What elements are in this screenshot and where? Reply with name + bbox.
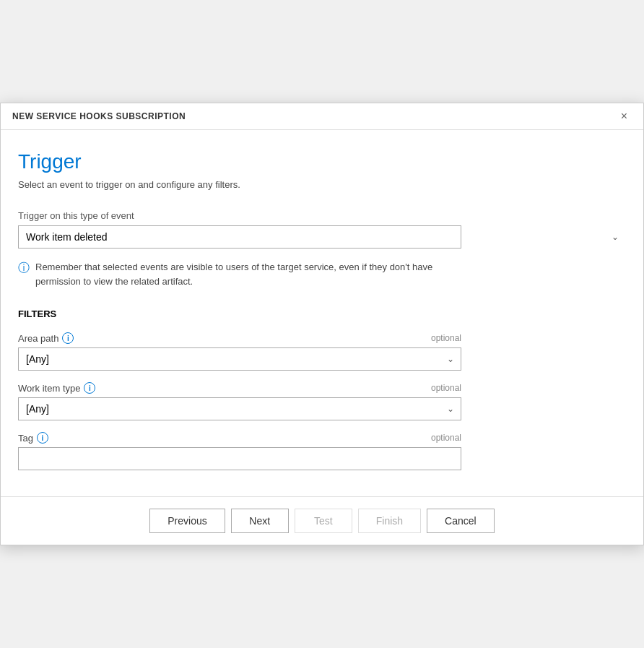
- dialog-footer: Previous Next Test Finish Cancel: [1, 496, 643, 545]
- next-button[interactable]: Next: [231, 509, 289, 533]
- event-type-label: Trigger on this type of event: [18, 210, 626, 221]
- area-path-select[interactable]: [Any]: [18, 347, 461, 371]
- filter-work-item-type-optional: optional: [431, 383, 461, 393]
- filter-work-item-type-left: Work item type i: [18, 382, 95, 394]
- page-subtitle: Select an event to trigger on and config…: [18, 179, 626, 190]
- work-item-type-select[interactable]: [Any]: [18, 397, 461, 420]
- filter-row-work-item-type: Work item type i optional [Any] ⌄: [18, 382, 461, 420]
- filter-work-item-type-label-row: Work item type i optional: [18, 382, 461, 394]
- previous-button[interactable]: Previous: [149, 509, 225, 533]
- filter-area-path-info-icon[interactable]: i: [62, 332, 74, 344]
- filter-work-item-type-label: Work item type: [18, 383, 80, 394]
- filter-work-item-type-info-icon[interactable]: i: [84, 382, 95, 394]
- filter-area-path-optional: optional: [431, 333, 461, 343]
- cancel-button[interactable]: Cancel: [427, 509, 495, 533]
- filter-tag-info-icon[interactable]: i: [37, 432, 48, 444]
- filter-tag-left: Tag i: [18, 432, 48, 444]
- info-text: Remember that selected events are visibl…: [35, 260, 461, 288]
- work-item-type-select-wrapper: [Any] ⌄: [18, 397, 461, 420]
- page-title: Trigger: [18, 150, 626, 173]
- filter-area-path-left: Area path i: [18, 332, 74, 344]
- event-type-section: Trigger on this type of event Work item …: [18, 210, 626, 288]
- filters-section: FILTERS Area path i optional [Any] ⌄: [18, 308, 626, 470]
- filter-row-area-path: Area path i optional [Any] ⌄: [18, 332, 461, 371]
- event-type-select[interactable]: Work item deleted Work item created Work…: [18, 225, 461, 249]
- finish-button[interactable]: Finish: [358, 509, 421, 533]
- filter-tag-label: Tag: [18, 433, 33, 444]
- event-type-chevron-icon: ⌄: [612, 232, 619, 242]
- close-button[interactable]: ×: [617, 109, 632, 124]
- filters-heading: FILTERS: [18, 308, 626, 319]
- filter-row-tag: Tag i optional: [18, 432, 461, 470]
- tag-input[interactable]: [18, 447, 461, 470]
- dialog-body: Trigger Select an event to trigger on an…: [1, 130, 643, 496]
- test-button[interactable]: Test: [295, 509, 352, 533]
- filter-area-path-label: Area path: [18, 333, 58, 344]
- dialog: NEW SERVICE HOOKS SUBSCRIPTION × Trigger…: [0, 103, 644, 545]
- dialog-titlebar: NEW SERVICE HOOKS SUBSCRIPTION ×: [1, 103, 643, 130]
- area-path-select-wrapper: [Any] ⌄: [18, 347, 461, 371]
- filter-area-path-label-row: Area path i optional: [18, 332, 461, 344]
- info-box: ⓘ Remember that selected events are visi…: [18, 260, 461, 288]
- dialog-title: NEW SERVICE HOOKS SUBSCRIPTION: [12, 111, 186, 121]
- event-type-select-wrapper: Work item deleted Work item created Work…: [18, 225, 626, 249]
- info-icon: ⓘ: [18, 261, 30, 276]
- filter-tag-optional: optional: [431, 433, 461, 443]
- filter-tag-label-row: Tag i optional: [18, 432, 461, 444]
